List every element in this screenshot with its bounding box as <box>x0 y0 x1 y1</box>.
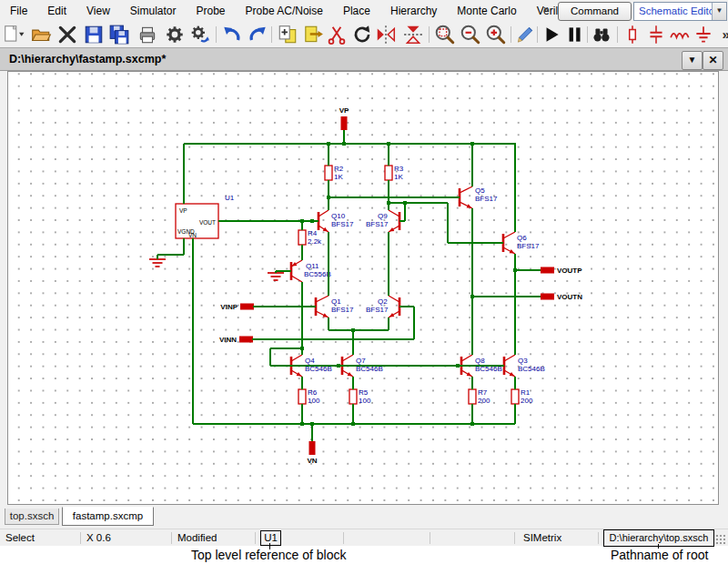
toolbar-separator <box>587 26 588 43</box>
editor-selector-value: Schematic Editor <box>639 3 718 19</box>
find-part-icon[interactable] <box>591 24 612 45</box>
status-bar: Select X 0.6 Modified U1 SIMetrix D:\hie… <box>0 529 728 547</box>
transistor-Q11[interactable]: Q11BC556B <box>291 260 331 282</box>
resistor-R2[interactable]: R21K <box>325 165 344 181</box>
command-shell-button[interactable]: Command Shell <box>558 2 632 21</box>
zoom-in-icon[interactable] <box>485 24 507 45</box>
simetrix-window: FileEditViewSimulatorProbeProbe AC/Noise… <box>0 0 728 546</box>
menu-item-view[interactable]: View <box>76 1 120 21</box>
cut-icon[interactable] <box>326 24 348 45</box>
terminal-VN[interactable]: VN <box>307 441 317 465</box>
terminal-VP[interactable]: VP <box>339 106 349 130</box>
application-window: FileEditViewSimulatorProbeProbe AC/Noise… <box>0 0 728 564</box>
mirror-vertical-icon[interactable] <box>375 24 397 45</box>
simulator-options-gear-icon[interactable] <box>189 24 211 45</box>
close-window-button[interactable]: ✕ <box>703 51 723 70</box>
resistor-R1[interactable]: R1200 <box>511 388 533 405</box>
svg-text:BFS17: BFS17 <box>331 220 354 228</box>
menu-item-simulator[interactable]: Simulator <box>120 1 187 21</box>
menu-item-hierarchy[interactable]: Hierarchy <box>380 1 447 21</box>
menu-item-edit[interactable]: Edit <box>37 1 76 21</box>
toolbar-more-icon[interactable]: » <box>716 24 728 45</box>
zoom-out-icon[interactable] <box>460 24 481 45</box>
svg-text:Q7: Q7 <box>356 357 366 365</box>
menu-item-file[interactable]: File <box>0 1 37 21</box>
annotation-zone: Top level reference of block Pathname of… <box>0 546 728 564</box>
place-resistor-icon[interactable] <box>622 24 643 45</box>
run-simulation-icon[interactable] <box>541 24 562 45</box>
transistor-Q2[interactable]: Q2BFS17 <box>366 296 399 317</box>
svg-text:U1: U1 <box>225 194 235 202</box>
print-icon[interactable] <box>136 24 158 45</box>
ground-symbol[interactable] <box>149 259 166 267</box>
toolbar-separator <box>429 26 430 43</box>
new-document-icon[interactable] <box>3 24 25 45</box>
tab-top-sxsch[interactable]: top.sxsch <box>5 509 59 525</box>
block-U1[interactable]: U1VPVOUTVGNDVN <box>176 194 235 238</box>
svg-text:BC546B: BC546B <box>518 365 545 373</box>
transistor-Q3[interactable]: Q3BC546B <box>504 355 545 377</box>
zoom-area-icon[interactable] <box>434 24 456 45</box>
save-icon[interactable] <box>83 24 105 45</box>
menu-item-probe[interactable]: Probe <box>187 1 236 21</box>
terminal-VOUTN[interactable]: VOUTN <box>541 293 582 301</box>
place-capacitor-icon[interactable] <box>645 24 667 45</box>
status-separator <box>171 532 172 544</box>
chevron-down-icon[interactable]: ▼ <box>712 3 726 20</box>
open-file-icon[interactable] <box>30 24 52 45</box>
schematic-canvas[interactable]: R21KR31KR42.2kR6100R5100R7200R1200Q10BFS… <box>7 71 719 505</box>
svg-text:VOUTP: VOUTP <box>557 267 582 275</box>
status-separator <box>343 532 344 544</box>
svg-text:100: 100 <box>308 397 320 405</box>
ground-symbol[interactable] <box>268 273 284 280</box>
svg-text:VOUT: VOUT <box>199 219 216 226</box>
mirror-horizontal-icon[interactable] <box>402 24 424 45</box>
resistor-R3[interactable]: R31K <box>385 165 404 181</box>
tab-fastamp-sxcmp[interactable]: fastamp.sxcmp <box>62 507 154 526</box>
svg-text:R6: R6 <box>308 388 318 397</box>
wire-pencil-icon[interactable] <box>514 24 536 45</box>
svg-text:VINN: VINN <box>219 336 237 344</box>
terminal-VINN[interactable]: VINN <box>219 336 253 344</box>
resistor-R7[interactable]: R7200 <box>469 388 490 405</box>
resistor-R6[interactable]: R6100 <box>298 388 320 405</box>
svg-text:Q1: Q1 <box>331 297 341 306</box>
rotate-icon[interactable] <box>351 24 373 45</box>
terminal-VOUTP[interactable]: VOUTP <box>541 267 582 275</box>
terminal-VINP[interactable]: VINP <box>220 303 254 311</box>
menu-overflow-chevron[interactable]: » <box>543 3 550 15</box>
svg-text:R7: R7 <box>478 388 488 397</box>
svg-text:Q6: Q6 <box>517 234 527 242</box>
editor-selector-combo[interactable]: Schematic Editor ▼ <box>633 2 727 21</box>
svg-text:BFS17: BFS17 <box>331 306 354 314</box>
menu-item-place[interactable]: Place <box>333 1 380 21</box>
transistor-Q9[interactable]: Q9BFS17 <box>366 210 399 232</box>
undo-icon[interactable] <box>221 24 243 45</box>
svg-text:»: » <box>723 26 728 42</box>
close-file-icon[interactable] <box>56 24 78 45</box>
place-ground-icon[interactable] <box>693 24 714 45</box>
transistor-Q6[interactable]: Q6BFS17 <box>503 232 540 254</box>
place-inductor-icon[interactable] <box>669 24 691 45</box>
toolbar-separator <box>511 26 511 43</box>
export-page-icon[interactable] <box>302 24 324 45</box>
copy-page-icon[interactable] <box>277 24 298 45</box>
callout-line-block-ref <box>269 543 270 549</box>
transistor-Q5[interactable]: Q5BFS17 <box>460 186 498 208</box>
redo-icon[interactable] <box>247 24 268 45</box>
window-menu-button[interactable]: ▼ <box>682 51 703 70</box>
resistor-R5[interactable]: R5100 <box>349 388 371 405</box>
svg-text:Q5: Q5 <box>475 186 485 195</box>
svg-text:VP: VP <box>179 207 187 214</box>
transistor-Q1[interactable]: Q1BFS17 <box>316 296 354 317</box>
transistor-Q10[interactable]: Q10BFS17 <box>318 210 354 232</box>
menu-item-probe-ac-noise[interactable]: Probe AC/Noise <box>236 1 333 21</box>
menu-item-monte-carlo[interactable]: Monte Carlo <box>447 1 526 21</box>
annotation-block-ref: Top level reference of block <box>191 548 346 562</box>
pause-simulation-icon[interactable] <box>563 24 585 45</box>
resize-grip[interactable] <box>715 534 726 545</box>
resistor-R4[interactable]: R42.2k <box>298 229 322 246</box>
svg-text:Q10: Q10 <box>331 212 346 220</box>
save-all-icon[interactable] <box>108 24 130 45</box>
options-gear-icon[interactable] <box>164 24 186 45</box>
